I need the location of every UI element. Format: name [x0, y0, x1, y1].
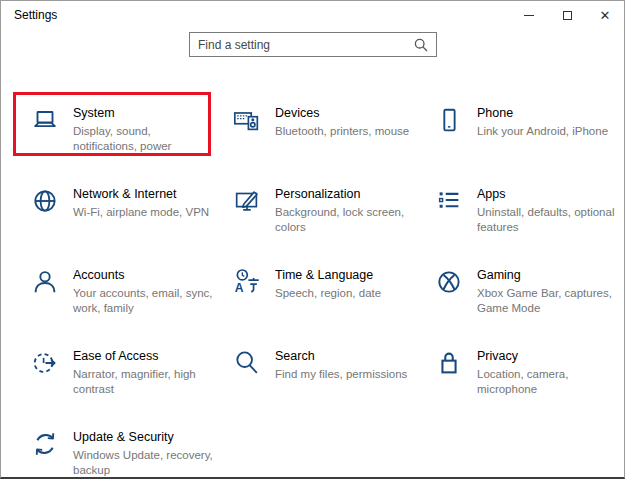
tile-title: Search	[275, 349, 415, 363]
tile-title: Update & Security	[73, 430, 213, 444]
tile-search[interactable]: Search Find my files, permissions	[217, 337, 419, 418]
tile-title: Phone	[477, 106, 617, 120]
laptop-icon	[29, 104, 61, 136]
apps-icon	[433, 185, 465, 217]
tile-time-language[interactable]: A Time & Language Speech, region, date	[217, 256, 419, 337]
tile-apps[interactable]: Apps Uninstall, defaults, optional featu…	[419, 175, 621, 256]
close-button[interactable]: ✕	[586, 1, 624, 29]
tile-description: Find my files, permissions	[275, 367, 415, 382]
tile-ease-of-access[interactable]: Ease of Access Narrator, magnifier, high…	[15, 337, 217, 418]
tile-description: Wi-Fi, airplane mode, VPN	[73, 205, 213, 220]
devices-icon	[231, 104, 263, 136]
minimize-button[interactable]	[510, 1, 548, 29]
tile-title: Accounts	[73, 268, 213, 282]
maximize-button[interactable]	[548, 1, 586, 29]
tile-description: Windows Update, recovery, backup	[73, 448, 213, 478]
settings-grid: System Display, sound, notifications, po…	[15, 94, 621, 479]
tile-description: Link your Android, iPhone	[477, 124, 617, 139]
tile-devices[interactable]: Devices Bluetooth, printers, mouse	[217, 94, 419, 175]
tile-description: Speech, region, date	[275, 286, 415, 301]
globe-icon	[29, 185, 61, 217]
tile-update-security[interactable]: Update & Security Windows Update, recove…	[15, 418, 217, 479]
tile-title: Apps	[477, 187, 617, 201]
tile-title: Network & Internet	[73, 187, 213, 201]
minimize-icon	[524, 15, 534, 16]
caption-buttons: ✕	[510, 1, 624, 29]
tile-description: Narrator, magnifier, high contrast	[73, 367, 213, 397]
search-box[interactable]	[189, 32, 437, 57]
tile-title: System	[73, 106, 213, 120]
tile-title: Time & Language	[275, 268, 415, 282]
titlebar: Settings ✕	[1, 1, 624, 29]
close-icon: ✕	[600, 9, 611, 22]
tile-description: Bluetooth, printers, mouse	[275, 124, 415, 139]
tile-title: Gaming	[477, 268, 617, 282]
search-icon	[231, 347, 263, 379]
tile-accounts[interactable]: Accounts Your accounts, email, sync, wor…	[15, 256, 217, 337]
tile-description: Background, lock screen, colors	[275, 205, 415, 235]
update-security-icon	[29, 428, 61, 460]
gaming-icon	[433, 266, 465, 298]
svg-text:A: A	[235, 281, 244, 295]
tile-system[interactable]: System Display, sound, notifications, po…	[15, 94, 217, 175]
tile-title: Devices	[275, 106, 415, 120]
tile-description: Xbox Game Bar, captures, Game Mode	[477, 286, 617, 316]
ease-of-access-icon	[29, 347, 61, 379]
privacy-icon	[433, 347, 465, 379]
tile-network-internet[interactable]: Network & Internet Wi-Fi, airplane mode,…	[15, 175, 217, 256]
personalization-icon	[231, 185, 263, 217]
tile-title: Personalization	[275, 187, 415, 201]
tile-description: Location, camera, microphone	[477, 367, 617, 397]
tile-description: Uninstall, defaults, optional features	[477, 205, 617, 235]
tile-description: Your accounts, email, sync, work, family	[73, 286, 213, 316]
phone-icon	[433, 104, 465, 136]
search-magnifier-icon	[414, 38, 428, 52]
tile-privacy[interactable]: Privacy Location, camera, microphone	[419, 337, 621, 418]
time-language-icon: A	[231, 266, 263, 298]
accounts-icon	[29, 266, 61, 298]
window-title: Settings	[14, 8, 57, 22]
tile-title: Privacy	[477, 349, 617, 363]
tile-title: Ease of Access	[73, 349, 213, 363]
tile-phone[interactable]: Phone Link your Android, iPhone	[419, 94, 621, 175]
tile-personalization[interactable]: Personalization Background, lock screen,…	[217, 175, 419, 256]
tile-gaming[interactable]: Gaming Xbox Game Bar, captures, Game Mod…	[419, 256, 621, 337]
maximize-icon	[563, 11, 572, 20]
search-input[interactable]	[198, 38, 414, 52]
settings-window: Settings ✕ System Display, sound, notifi…	[0, 0, 625, 479]
tile-description: Display, sound, notifications, power	[73, 124, 213, 154]
